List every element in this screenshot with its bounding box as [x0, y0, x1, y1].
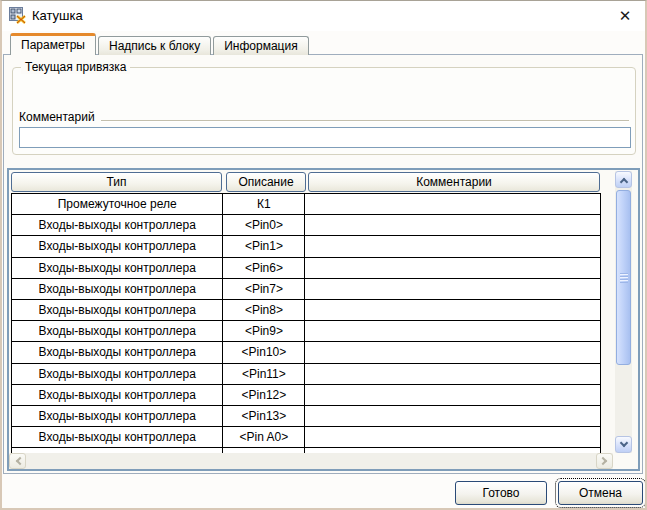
binding-table-viewport: Промежуточное релеК1Входы-выходы контрол… [11, 193, 603, 453]
etched-divider [101, 120, 629, 122]
cell-comment[interactable] [305, 384, 601, 405]
cell-description[interactable]: <Pin8> [223, 299, 305, 320]
tab-information[interactable]: Информация [213, 36, 308, 55]
table-row[interactable]: Входы-выходы контроллера<Pin8> [12, 299, 601, 320]
cell-description[interactable]: <Pin1> [223, 236, 305, 257]
cell-comment[interactable] [305, 194, 601, 215]
coil-app-icon [9, 7, 26, 24]
table-row[interactable]: Входы-выходы контроллера<Pin13> [12, 405, 601, 426]
cell-description[interactable]: <Pin6> [223, 257, 305, 278]
table-row[interactable]: Входы-выходы контроллера<Pin1> [12, 236, 601, 257]
title-bar: Катушка ✕ [2, 1, 645, 31]
chevron-up-icon [619, 177, 627, 185]
comment-label: Комментарий [19, 110, 95, 124]
cell-comment[interactable] [305, 363, 601, 384]
comment-input[interactable] [19, 127, 631, 148]
tab-parameters[interactable]: Параметры [10, 33, 96, 55]
cell-comment[interactable] [305, 427, 601, 448]
tab-page-parameters: Текущая привязка Комментарий Тип Описани… [3, 54, 643, 474]
cell-comment[interactable] [305, 405, 601, 426]
binding-table: Промежуточное релеК1Входы-выходы контрол… [11, 193, 601, 453]
dialog-window: Катушка ✕ Параметры Надпись к блоку Инфо… [0, 0, 647, 510]
cell-type[interactable]: Входы-выходы контроллера [12, 384, 223, 405]
scroll-up-button[interactable] [615, 171, 632, 188]
cell-type[interactable]: Входы-выходы контроллера [12, 215, 223, 236]
chevron-right-icon [598, 457, 606, 465]
cell-description[interactable]: К1 [223, 194, 305, 215]
table-row[interactable]: Входы-выходы контроллера<Pin7> [12, 278, 601, 299]
cell-type[interactable]: Входы-выходы контроллера [12, 405, 223, 426]
cell-comment[interactable] [305, 257, 601, 278]
cell-description[interactable]: <Pin A0> [223, 427, 305, 448]
scroll-right-button[interactable] [596, 453, 613, 469]
cell-description[interactable]: <Pin10> [223, 342, 305, 363]
cell-description[interactable]: <Pin11> [223, 363, 305, 384]
binding-table-panel: Тип Описание Комментарии Промежуточное р… [7, 168, 640, 471]
column-header-description[interactable]: Описание [226, 172, 306, 192]
cell-description[interactable]: <Pin12> [223, 384, 305, 405]
cell-type[interactable]: Промежуточное реле [12, 194, 223, 215]
horizontal-scrollbar[interactable] [9, 453, 613, 469]
scroll-down-button[interactable] [615, 436, 632, 453]
cell-type[interactable]: Входы-выходы контроллера [12, 363, 223, 384]
cell-comment[interactable] [305, 342, 601, 363]
cell-description[interactable]: <Pin0> [223, 215, 305, 236]
table-row[interactable]: Входы-выходы контроллера<Pin12> [12, 384, 601, 405]
table-body: Промежуточное релеК1Входы-выходы контрол… [12, 194, 601, 454]
cell-type[interactable]: Входы-выходы контроллера [12, 299, 223, 320]
table-row[interactable]: Входы-выходы контроллера<Pin11> [12, 363, 601, 384]
cell-type[interactable]: Входы-выходы контроллера [12, 278, 223, 299]
scrollbar-grip-icon [620, 273, 628, 283]
chevron-left-icon [15, 457, 23, 465]
vertical-scrollbar-thumb[interactable] [616, 190, 631, 365]
cell-type[interactable]: Входы-выходы контроллера [12, 427, 223, 448]
current-binding-groupbox: Текущая привязка Комментарий [12, 67, 636, 155]
cell-type[interactable]: Входы-выходы контроллера [12, 342, 223, 363]
table-row[interactable]: Входы-выходы контроллера<Pin10> [12, 342, 601, 363]
cell-comment[interactable] [305, 236, 601, 257]
tab-block-label[interactable]: Надпись к блоку [98, 36, 211, 55]
groupbox-legend: Текущая привязка [21, 60, 130, 74]
done-button[interactable]: Готово [455, 481, 547, 505]
column-header-comments[interactable]: Комментарии [308, 172, 600, 192]
chevron-down-icon [619, 438, 627, 446]
cell-comment[interactable] [305, 321, 601, 342]
window-title: Катушка [32, 8, 83, 23]
cell-type[interactable]: Входы-выходы контроллера [12, 257, 223, 278]
close-icon[interactable]: ✕ [615, 6, 635, 26]
table-row[interactable]: Входы-выходы контроллера<Pin9> [12, 321, 601, 342]
cell-comment[interactable] [305, 215, 601, 236]
comment-label-row: Комментарий [19, 110, 629, 124]
vertical-scrollbar[interactable] [615, 171, 632, 453]
cell-description[interactable]: <Pin13> [223, 405, 305, 426]
table-row[interactable]: Входы-выходы контроллера<Pin A0> [12, 427, 601, 448]
table-row[interactable]: Входы-выходы контроллера<Pin0> [12, 215, 601, 236]
cancel-button[interactable]: Отмена [558, 481, 643, 505]
cell-type[interactable]: Входы-выходы контроллера [12, 321, 223, 342]
table-row[interactable]: Входы-выходы контроллера<Pin6> [12, 257, 601, 278]
cell-description[interactable]: <Pin7> [223, 278, 305, 299]
tab-strip: Параметры Надпись к блоку Информация [10, 33, 309, 55]
column-header-type[interactable]: Тип [11, 172, 222, 192]
cell-type[interactable]: Входы-выходы контроллера [12, 236, 223, 257]
cell-description[interactable]: <Pin9> [223, 321, 305, 342]
table-row[interactable]: Промежуточное релеК1 [12, 194, 601, 215]
cell-comment[interactable] [305, 299, 601, 320]
scroll-left-button[interactable] [9, 453, 26, 469]
cell-comment[interactable] [305, 278, 601, 299]
